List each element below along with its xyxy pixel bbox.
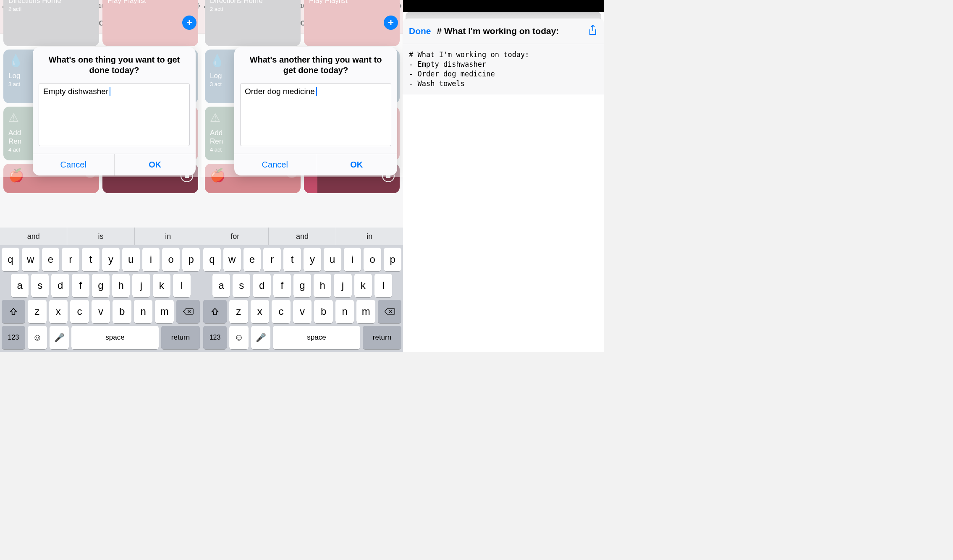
screenshot-1: AT&T Wi-Fi 10:02 AM 96% Edit My Shortcut… [0,0,202,352]
space-key[interactable]: space [71,326,159,349]
dictation-key[interactable]: 🎤 [50,326,69,349]
key-f[interactable]: f [72,274,89,297]
prompt-input[interactable]: Order dog medicine [240,83,391,146]
suggestion[interactable]: in [336,228,403,245]
key-p[interactable]: p [384,248,401,271]
key-a[interactable]: a [212,274,230,297]
prompt-input[interactable]: Empty dishwasher [39,83,190,146]
key-x[interactable]: x [251,300,270,323]
backspace-key[interactable] [176,300,200,323]
key-s[interactable]: s [233,274,250,297]
key-o[interactable]: o [162,248,180,271]
key-y[interactable]: y [102,248,120,271]
key-d[interactable]: d [51,274,69,297]
key-row-2: asdfghjkl [202,271,403,297]
key-f[interactable]: f [273,274,291,297]
numbers-key[interactable]: 123 [2,326,25,349]
suggestion[interactable]: in [135,228,202,245]
key-i[interactable]: i [344,248,361,271]
key-h[interactable]: h [112,274,130,297]
shift-key[interactable] [2,300,25,323]
key-row-1: qwertyuiop [202,245,403,271]
key-o[interactable]: o [364,248,381,271]
screenshot-3: Done # What I'm working on today: # What… [403,0,604,352]
key-q[interactable]: q [203,248,221,271]
key-t[interactable]: t [82,248,99,271]
key-row-4: 123 ☺ 🎤 space return [0,323,202,352]
keyboard: for and in qwertyuiop asdfghjkl zxcvbnm … [202,228,403,352]
key-d[interactable]: d [253,274,270,297]
key-l[interactable]: l [173,274,191,297]
share-icon [588,24,598,36]
key-r[interactable]: r [263,248,281,271]
key-row-2: asdfghjkl [0,271,202,297]
key-c[interactable]: c [272,300,291,323]
shift-key[interactable] [203,300,227,323]
key-w[interactable]: w [223,248,241,271]
suggestion[interactable]: for [202,228,269,245]
text-cursor [110,87,110,96]
prompt-dialog-1: What's one thing you want to get done to… [33,47,196,175]
key-s[interactable]: s [31,274,49,297]
share-button[interactable] [588,24,598,38]
suggestion[interactable]: and [269,228,336,245]
key-n[interactable]: n [335,300,354,323]
ok-button[interactable]: OK [114,154,196,175]
key-m[interactable]: m [356,300,375,323]
suggestion[interactable]: and [0,228,67,245]
key-x[interactable]: x [49,300,68,323]
cancel-button[interactable]: Cancel [33,154,114,175]
key-b[interactable]: b [113,300,131,323]
suggestion[interactable]: is [67,228,134,245]
ok-button[interactable]: OK [316,154,398,175]
key-v[interactable]: v [92,300,110,323]
text-cursor [316,87,317,96]
add-shortcut-button[interactable]: + [384,16,398,30]
key-t[interactable]: t [283,248,301,271]
key-z[interactable]: z [28,300,47,323]
key-p[interactable]: p [182,248,200,271]
key-e[interactable]: e [243,248,261,271]
backspace-key[interactable] [378,300,401,323]
key-y[interactable]: y [304,248,321,271]
done-button[interactable]: Done [409,26,431,36]
dictation-key[interactable]: 🎤 [251,326,270,349]
key-v[interactable]: v [293,300,312,323]
key-i[interactable]: i [142,248,160,271]
numbers-key[interactable]: 123 [203,326,227,349]
key-n[interactable]: n [134,300,153,323]
key-r[interactable]: r [62,248,79,271]
key-j[interactable]: j [132,274,150,297]
key-j[interactable]: j [334,274,351,297]
key-c[interactable]: c [70,300,89,323]
return-key[interactable]: return [161,326,200,349]
note-sheet: Done # What I'm working on today: # What… [403,18,604,94]
key-k[interactable]: k [354,274,372,297]
key-g[interactable]: g [92,274,110,297]
key-w[interactable]: w [22,248,39,271]
key-k[interactable]: k [153,274,170,297]
emoji-key[interactable]: ☺ [229,326,249,349]
key-m[interactable]: m [155,300,174,323]
prompt-dialog-2: What's another thing you want to get don… [234,47,397,175]
key-b[interactable]: b [314,300,333,323]
key-a[interactable]: a [11,274,29,297]
return-key[interactable]: return [363,326,401,349]
key-z[interactable]: z [229,300,248,323]
key-l[interactable]: l [374,274,392,297]
emoji-key[interactable]: ☺ [28,326,47,349]
key-row-1: qwertyuiop [0,245,202,271]
cancel-button[interactable]: Cancel [234,154,316,175]
key-u[interactable]: u [122,248,140,271]
suggestion-bar: and is in [0,228,202,245]
space-key[interactable]: space [273,326,360,349]
key-g[interactable]: g [293,274,311,297]
key-e[interactable]: e [42,248,60,271]
key-u[interactable]: u [324,248,341,271]
key-row-3: zxcvbnm [202,297,403,323]
note-body[interactable]: # What I'm working on today: - Empty dis… [403,44,604,94]
key-h[interactable]: h [314,274,331,297]
add-shortcut-button[interactable]: + [182,16,196,30]
status-bar-blank [403,0,604,12]
key-q[interactable]: q [2,248,19,271]
